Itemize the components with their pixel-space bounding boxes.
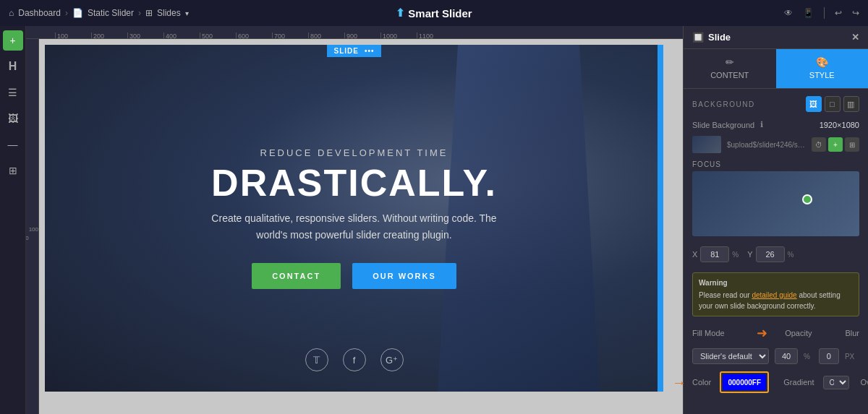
ruler-mark: 400 [163, 33, 200, 38]
style-tab-icon: 🎨 [816, 56, 828, 68]
opacity-label: Opacity [785, 329, 812, 337]
divider [824, 7, 825, 19]
slide-wrapper[interactable]: SLIDE ••• REDUCE DEVELOPMENT TIME DRASTI… [45, 45, 663, 392]
twitter-icon[interactable]: 𝕋 [305, 348, 328, 371]
x-input[interactable] [700, 246, 729, 262]
googleplus-icon[interactable]: G⁺ [380, 348, 404, 371]
close-icon[interactable]: ✕ [851, 32, 859, 43]
tablet-icon[interactable]: 📱 [803, 8, 814, 18]
bg-type-icons: 🖼 □ ▥ [806, 96, 859, 112]
ruler-mark: 200 [91, 33, 127, 38]
list-icon[interactable]: ☰ [3, 82, 23, 103]
slide-content: REDUCE DEVELOPMENT TIME DRASTICALLY. Cre… [211, 147, 497, 289]
overlay-label: Overlay [861, 378, 869, 387]
home-icon: ⌂ [9, 8, 14, 18]
warning-text1: Please read our [699, 291, 752, 299]
thumb-clock-icon[interactable]: ⏱ [812, 137, 826, 152]
slide-description: Create qualitative, responsive sliders. … [211, 210, 497, 243]
top-nav: ⌂ Dashboard › 📄 Static Slider › ⊞ Slides… [0, 0, 868, 26]
social-icons: 𝕋 f G⁺ [305, 348, 404, 371]
minus-icon[interactable]: — [3, 134, 23, 155]
slide-background: REDUCE DEVELOPMENT TIME DRASTICALLY. Cre… [45, 45, 663, 392]
color-picker-wrapper[interactable]: 000000FF [720, 371, 769, 393]
thumb-path: $upload$/slider4246/staticslid... [727, 141, 806, 149]
thumbnail-row: $upload$/slider4246/staticslid... ⏱ + ⊞ [684, 133, 868, 156]
ruler-mark: 1100 [417, 33, 453, 38]
bg-solid-icon[interactable]: □ [825, 96, 841, 112]
slide-bg-label: Slide Background [692, 121, 754, 129]
redo-icon[interactable]: ↪ [852, 8, 859, 18]
facebook-icon[interactable]: f [343, 348, 366, 371]
sep1: › [65, 8, 68, 18]
right-panel: 🔲 Slide ✕ ✏ CONTENT 🎨 STYLE BACKGROUND 🖼… [683, 26, 868, 414]
dropdown-icon: ▾ [185, 9, 189, 17]
fill-mode-label: Fill Mode [692, 329, 751, 337]
y-input[interactable] [756, 246, 785, 262]
brand-icon: ⬆ [396, 7, 405, 20]
our-works-button[interactable]: OUR WORKS [352, 263, 456, 289]
tab-content[interactable]: ✏ CONTENT [684, 49, 776, 88]
nav-right-actions: 👁 📱 ↩ ↪ [784, 7, 859, 19]
ruler-mark: 100 [55, 33, 91, 38]
style-tab-label: STYLE [809, 71, 835, 79]
slider-link[interactable]: Static Slider [88, 8, 134, 18]
grid-icon: ⊞ [145, 8, 153, 18]
contact-button[interactable]: CONTACT [252, 263, 341, 289]
x-label: X [692, 250, 697, 259]
ruler-horizontal: 100 200 300 400 500 600 700 800 900 1000… [26, 26, 683, 39]
bg-section-title: BACKGROUND 🖼 □ ▥ [684, 89, 868, 116]
brand-logo: ⬆ Smart Slider [396, 7, 472, 20]
panel-header-left: 🔲 Slide [692, 32, 731, 43]
bg-image-icon[interactable]: 🖼 [806, 96, 822, 112]
bg-label: BACKGROUND [692, 100, 755, 108]
blur-unit: PX [845, 353, 854, 361]
ruler-mark: 500 [200, 33, 236, 38]
slide-title: DRASTICALLY. [211, 164, 497, 202]
slide-container: SLIDE ••• REDUCE DEVELOPMENT TIME DRASTI… [26, 39, 683, 414]
slide-buttons: CONTACT OUR WORKS [211, 263, 497, 289]
blur-input[interactable] [819, 348, 839, 364]
content-tab-label: CONTENT [710, 71, 749, 79]
bg-gradient-icon[interactable]: ▥ [843, 96, 859, 112]
panel-header-icon: 🔲 [692, 32, 704, 43]
y-label: Y [747, 250, 752, 259]
gradient-select[interactable]: Off [823, 376, 849, 389]
fill-mode-select[interactable]: Slider's default [692, 348, 769, 364]
grid-icon[interactable]: ⊞ [3, 160, 23, 181]
blur-label: Blur [845, 329, 859, 337]
breadcrumb: ⌂ Dashboard › 📄 Static Slider › ⊞ Slides… [9, 8, 189, 18]
x-field: X % [692, 246, 739, 262]
add-button[interactable]: + [3, 30, 23, 51]
slide-subtitle: REDUCE DEVELOPMENT TIME [211, 147, 497, 158]
color-arrow: → [672, 374, 686, 391]
focus-dot[interactable] [802, 194, 812, 204]
eye-icon[interactable]: 👁 [784, 8, 793, 18]
fill-arrow: ➜ [757, 325, 767, 341]
warning-box: Warning Please read our detailed guide a… [692, 272, 859, 316]
color-row: → Color 000000FF Gradient Off Overlay ℹ … [684, 367, 868, 397]
warning-link[interactable]: detailed guide [752, 291, 796, 299]
x-unit: % [732, 251, 739, 259]
thumb-actions: ⏱ + ⊞ [812, 137, 859, 152]
ruler-mark: 300 [127, 33, 163, 38]
content-tab-icon: ✏ [726, 56, 734, 68]
slide-tab-menu[interactable]: ••• [365, 47, 375, 55]
focus-section: Focus [684, 156, 868, 241]
thumb-grid-icon[interactable]: ⊞ [845, 137, 859, 152]
slide-bg-size: 1920×1080 [820, 121, 859, 129]
thumb-add-icon[interactable]: + [828, 137, 843, 152]
heading-icon[interactable]: H [3, 56, 23, 77]
dashboard-link[interactable]: Dashboard [18, 8, 61, 18]
undo-icon[interactable]: ↩ [835, 8, 842, 18]
slide-tab[interactable]: SLIDE ••• [327, 45, 382, 57]
image-icon[interactable]: 🖼 [3, 108, 23, 129]
color-label: Color [692, 378, 711, 387]
focus-image[interactable] [692, 171, 859, 236]
warning-title: Warning [699, 277, 853, 288]
opacity-input[interactable] [775, 348, 798, 364]
tab-style[interactable]: 🎨 STYLE [776, 49, 869, 88]
color-picker[interactable]: 000000FF [723, 374, 766, 390]
ruler-mark: 800 [308, 33, 344, 38]
slides-link[interactable]: Slides [157, 8, 181, 18]
slide-right-highlight [658, 45, 663, 392]
